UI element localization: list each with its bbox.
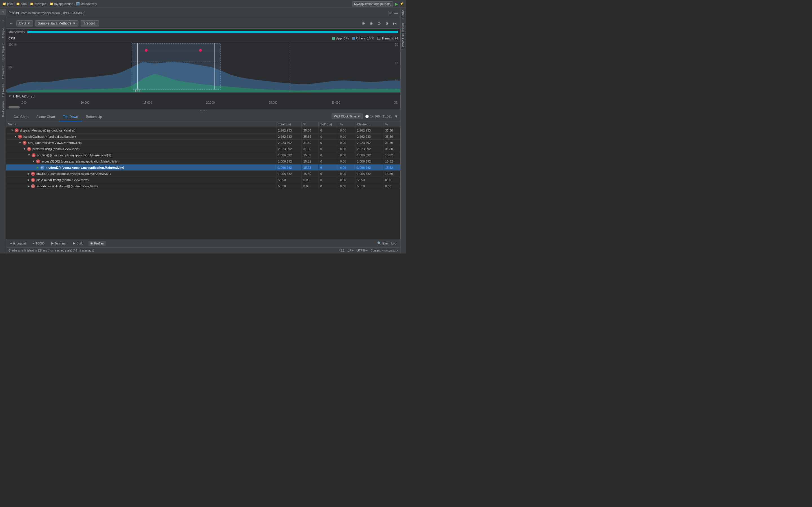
td-total-pct-9: 0.00 [302, 183, 319, 189]
bottom-tab-todo[interactable]: ≡ TODO [31, 241, 46, 245]
expand-icon-3[interactable]: ▼ [23, 147, 26, 151]
table-row[interactable]: ▼ m handleCallback() (android.os.Handler… [6, 133, 400, 140]
bottom-tab-build[interactable]: ▶ Build [71, 241, 85, 245]
zoom-reset-button[interactable]: ⊚ [384, 20, 390, 26]
filter-button[interactable]: ▼ [394, 114, 398, 119]
method-label-5: access$100() (com.example.myapplication.… [42, 160, 119, 163]
td-total-1: 2,262,933 [276, 133, 302, 139]
expand-icon-1[interactable]: ▼ [14, 135, 17, 138]
tab-call-chart[interactable]: Call Chart [10, 113, 33, 121]
breadcrumb-com[interactable]: 📁 com [16, 2, 27, 6]
expand-icon-8[interactable]: ▶ [28, 178, 30, 181]
run-button[interactable]: ▶ [395, 2, 398, 6]
minimize-icon[interactable]: — [394, 11, 398, 15]
td-total-pct-4: 15.82 [302, 152, 319, 158]
threads-section[interactable]: ▼ THREADS (26) [6, 93, 400, 100]
cpu-dropdown[interactable]: CPU ▼ [16, 20, 33, 26]
tab-bottom-up[interactable]: Bottom Up [82, 113, 106, 121]
record-button[interactable]: Record [81, 20, 99, 26]
wall-clock-dropdown[interactable]: Wall Clock Time ▼ [332, 114, 363, 119]
expand-icon-2[interactable]: ▼ [18, 141, 21, 144]
expand-icon-4[interactable]: ▼ [28, 154, 31, 157]
drag-handle[interactable]: • • • • • [6, 109, 400, 112]
tick-0: .000 [21, 101, 27, 104]
expand-icon-0[interactable]: ▼ [11, 129, 13, 132]
td-children-pct-0: 35.56 [384, 127, 400, 133]
table-row[interactable]: ▼ m dispatchMessage() (android.os.Handle… [6, 127, 400, 133]
table-row-selected[interactable]: ▶ m method2() (com.example.myapplication… [6, 165, 400, 171]
breadcrumb-java[interactable]: 📁 java [2, 2, 13, 6]
bottom-tab-logcat[interactable]: ≡ 6: Logcat [8, 241, 28, 245]
left-panel-toggle[interactable]: ≡ [0, 9, 6, 15]
zoom-out-button[interactable]: ⊖ [360, 20, 366, 26]
method-label-9: sendAccessibilityEvent() (android.view.V… [36, 184, 98, 188]
table-row[interactable]: ▼ m access$100() (com.example.myapplicat… [6, 158, 400, 165]
method-name-1: ▼ m handleCallback() (android.os.Handler… [8, 135, 76, 138]
sidebar-item-layout-captures[interactable]: Layout Captures [1, 41, 5, 63]
profiler-main: Profiler com.example.myapplication (OPPO… [6, 8, 400, 253]
threads-expand-icon[interactable]: ▼ [8, 95, 11, 98]
method-icon-3: m [27, 147, 31, 151]
cpu-chart-label: CPU [8, 37, 15, 40]
scroll-handle[interactable] [6, 105, 400, 109]
tab-top-down[interactable]: Top Down [59, 113, 82, 121]
method-name-4: ▼ m onClick() (com.example.myapplication… [8, 153, 111, 157]
tab-bottom-up-label: Bottom Up [86, 115, 102, 119]
tab-flame-chart[interactable]: Flame Chart [33, 113, 59, 121]
zoom-fit-button[interactable]: ⊙ [376, 20, 382, 26]
breadcrumb-mainactivity[interactable]: 🅰 MainActivity [77, 2, 97, 6]
right-tab-gradle[interactable]: Gradle [401, 8, 406, 21]
table-row[interactable]: ▶ m sendAccessibilityEvent() (android.vi… [6, 183, 400, 189]
expand-icon-5[interactable]: ▼ [32, 160, 35, 163]
method-name-6: ▶ m method2() (com.example.myapplication… [8, 166, 124, 170]
td-children-pct-4: 15.82 [384, 152, 400, 158]
td-self-2: 0 [319, 140, 338, 146]
table-row[interactable]: ▼ m run() (android.view.View$PerformClic… [6, 140, 400, 146]
bottom-tab-profiler[interactable]: ◉ Profiler [89, 241, 106, 245]
breadcrumb-myapplication[interactable]: 📁 myapplication [50, 2, 73, 6]
wall-clock-arrow: ▼ [357, 115, 360, 118]
method-table[interactable]: Name Total (μs) % Self (μs) % Children..… [6, 121, 400, 239]
td-children-2: 2,023,592 [355, 140, 384, 146]
method-name-9: ▶ m sendAccessibilityEvent() (android.vi… [8, 184, 98, 188]
sidebar-item-favorites[interactable]: 2: Favorites [1, 82, 5, 99]
zoom-in-button[interactable]: ⊕ [368, 20, 374, 26]
td-self-pct-3: 0.00 [338, 146, 355, 152]
td-children-pct-7: 15.80 [384, 171, 400, 177]
td-name-3: ▼ m performClick() (android.view.View) [6, 146, 276, 152]
right-tab-device-file[interactable]: Device File Explorer [401, 21, 406, 50]
debug-button[interactable]: ⚡ [400, 2, 404, 6]
timeline-bar: .000 10.000 15.000 20.000 25.000 30.000 … [6, 100, 400, 105]
breadcrumb-run-section: MyApplication:app [bundle] ▶ ⚡ [352, 1, 404, 6]
td-self-1: 0 [319, 133, 338, 139]
td-children-pct-6: 15.82 [384, 165, 400, 170]
bottom-tab-terminal[interactable]: ▶ Terminal [50, 241, 68, 245]
settings-icon[interactable]: ⚙ [388, 11, 392, 15]
breadcrumb-example[interactable]: 📁 example [30, 2, 47, 6]
scroll-thumb[interactable] [8, 106, 20, 108]
table-row[interactable]: ▼ m onClick() (com.example.myapplication… [6, 152, 400, 158]
sidebar-item-structure[interactable]: Z: Structure [1, 64, 5, 81]
expand-icon-9[interactable]: ▶ [28, 184, 30, 187]
add-button[interactable]: + [0, 17, 6, 24]
table-row[interactable]: ▼ m performClick() (android.view.View) 2… [6, 146, 400, 152]
table-row[interactable]: ▶ m onClick() (com.example.myapplication… [6, 171, 400, 177]
expand-icon-7[interactable]: ▶ [28, 172, 30, 175]
td-total-9: 5,518 [276, 183, 302, 189]
method-label-6: method2() (com.example.myapplication.Mai… [46, 166, 124, 169]
sidebar-item-build-variants[interactable]: Build Variants [1, 100, 5, 119]
cpu-chart[interactable]: 100 % 50 30 20 10 [6, 42, 400, 93]
back-button[interactable]: ← [8, 20, 14, 26]
app-bundle-label[interactable]: MyApplication:app [bundle] [352, 1, 393, 6]
legend-others-label: Others: 16 % [356, 37, 374, 40]
sample-methods-dropdown[interactable]: Sample Java Methods ▼ [35, 20, 79, 26]
event-log-button[interactable]: 🔍 Event Log [375, 241, 398, 245]
td-self-3: 0 [319, 146, 338, 152]
tick-5: 30.000 [332, 101, 340, 104]
go-end-button[interactable]: ⏭ [392, 20, 398, 26]
right-label-10: 10 [395, 78, 398, 82]
record-label: Record [84, 21, 95, 25]
sidebar-item-project[interactable]: 1: Project [1, 26, 5, 40]
legend-dot-app [332, 37, 335, 40]
table-row[interactable]: ▶ m playSoundEffect() (android.view.View… [6, 177, 400, 183]
